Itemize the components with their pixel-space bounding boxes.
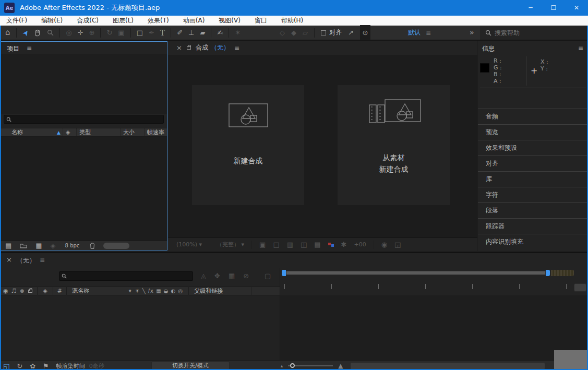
viewer-target-name[interactable]: （无） — [211, 43, 230, 52]
center-view-icon[interactable]: ⊙ — [360, 25, 370, 40]
column-name[interactable]: 名称 — [11, 128, 23, 136]
mask-visibility-icon[interactable]: □ — [273, 241, 279, 248]
menu-window[interactable]: 窗口 — [255, 16, 267, 25]
timeline-horizontal-scrollbar[interactable] — [351, 363, 545, 369]
sidebar-item-effects-presets[interactable]: 效果和预设 — [478, 140, 588, 156]
timeline-search-input[interactable] — [69, 273, 187, 280]
new-composition-icon[interactable]: ▦ — [35, 242, 42, 249]
snap-checkbox[interactable] — [321, 30, 326, 35]
zoom-level-dropdown[interactable]: (100%) ▾ — [176, 241, 202, 248]
timeline-tab-close-icon[interactable]: × — [6, 256, 12, 263]
mask-feather-tool-icon[interactable]: ◆ — [291, 25, 296, 40]
time-navigator-bar[interactable] — [286, 271, 546, 275]
mask-tool-icon[interactable]: ◇ — [280, 25, 285, 40]
trash-icon[interactable] — [90, 243, 95, 249]
home-tool-icon[interactable]: ⌂ — [5, 25, 10, 40]
workspace-menu-icon[interactable]: ≡ — [426, 29, 431, 37]
channel-icon[interactable] — [328, 243, 334, 247]
column-size[interactable]: 大小 — [123, 128, 135, 136]
source-name-column[interactable]: 源名称 — [72, 287, 89, 295]
project-footer-scroll-thumb[interactable] — [103, 243, 129, 249]
graph-editor-icon[interactable]: ▢ — [265, 272, 271, 279]
column-type[interactable]: 类型 — [79, 128, 91, 136]
layer-number-column[interactable]: # — [57, 288, 62, 294]
menu-animation[interactable]: 动画(A) — [183, 16, 205, 25]
rectangle-tool-icon[interactable]: □ — [137, 25, 143, 40]
expand-in-out-icon[interactable]: ⚑ — [43, 363, 49, 369]
menu-layer[interactable]: 图层(L) — [113, 16, 134, 25]
eraser-tool-icon[interactable]: ▰ — [200, 25, 205, 40]
rotate-tool-icon[interactable]: ↻ — [106, 25, 112, 40]
rulers-icon[interactable]: ▤ — [314, 241, 320, 248]
shared-view-icon[interactable]: ↗ — [348, 25, 354, 40]
guides-icon[interactable]: ◫ — [301, 241, 307, 248]
brush-tool-icon[interactable]: ✐ — [177, 25, 183, 40]
exposure-gear-icon[interactable]: ✱ — [341, 241, 347, 248]
label-column-icon[interactable]: ◈ — [66, 129, 70, 135]
menu-edit[interactable]: 编辑(E) — [41, 16, 63, 25]
snapshot-camera-icon[interactable]: ◉ — [381, 241, 387, 248]
info-tab[interactable]: 信息 — [482, 44, 495, 53]
timeline-search-field[interactable] — [59, 271, 193, 281]
time-navigator-start-handle[interactable] — [282, 270, 286, 276]
solo-icon[interactable]: ● — [20, 289, 24, 293]
zoom-tool-icon[interactable] — [47, 25, 54, 40]
region-of-interest-icon[interactable]: ▥ — [287, 241, 293, 248]
viewer-panel-menu-icon[interactable]: ≡ — [234, 44, 239, 52]
new-composition-from-footage-card[interactable]: 从素材 新建合成 — [338, 85, 450, 205]
sidebar-item-paragraph[interactable]: 段落 — [478, 202, 588, 218]
interpret-footage-icon[interactable]: ▤ — [5, 242, 11, 249]
roto-brush-tool-icon[interactable]: ✍ — [217, 25, 223, 40]
timeline-label-column-icon[interactable]: ◈ — [43, 288, 47, 294]
expand-transfer-controls-icon[interactable]: ✿ — [30, 363, 35, 369]
mini-flowchart-icon[interactable]: ◬ — [201, 272, 206, 279]
minimize-button[interactable]: ─ — [519, 0, 542, 16]
sort-ascending-icon[interactable]: ▲ — [57, 130, 61, 135]
pen-tool-icon[interactable]: ✒ — [149, 25, 154, 40]
orbit-camera-tool-icon[interactable]: ◎ — [66, 25, 71, 40]
render-time-pane-toggle-icon[interactable]: ◱ — [3, 363, 9, 369]
anchor-tool-icon[interactable]: ⊕ — [89, 25, 95, 40]
project-search-field[interactable] — [4, 115, 164, 124]
puppet-pin-tool-icon[interactable]: ✶ — [235, 25, 241, 40]
timeline-panel-menu-icon[interactable]: ≡ — [40, 256, 45, 264]
lock-column-icon[interactable] — [28, 290, 32, 293]
menu-file[interactable]: 文件(F) — [6, 16, 27, 25]
grid-options-icon[interactable]: ▣ — [259, 241, 266, 248]
motion-blur-icon[interactable]: ⊘ — [243, 272, 249, 279]
new-folder-icon[interactable] — [20, 243, 27, 248]
camera-tool-icon[interactable]: ▣ — [118, 25, 124, 40]
video-visibility-icon[interactable]: ◉ — [3, 288, 8, 294]
column-framerate[interactable]: 帧速率 — [147, 128, 164, 136]
sidebar-item-preview[interactable]: 预览 — [478, 124, 588, 140]
text-tool-icon[interactable]: T — [160, 25, 165, 40]
draft-3d-icon[interactable]: ✥ — [214, 272, 220, 279]
show-snapshot-icon[interactable]: ◲ — [394, 241, 401, 248]
parent-link-column[interactable]: 父级和链接 — [194, 287, 223, 295]
sidebar-item-audio[interactable]: 音频 — [478, 109, 588, 124]
close-button[interactable]: ✕ — [565, 0, 588, 16]
layer-switches-icons[interactable]: ✦ ☀ ╲ 𝑓x ▦ ◒ ◐ ◎ — [128, 289, 183, 294]
mask-opacity-tool-icon[interactable]: ▱ — [303, 25, 308, 40]
time-navigator-end-handle[interactable] — [546, 270, 550, 276]
sidebar-item-content-aware-fill[interactable]: 内容识别填充 — [478, 234, 588, 249]
project-panel-menu-icon[interactable]: ≡ — [27, 44, 32, 52]
pan-tool-icon[interactable]: ✛ — [78, 25, 83, 40]
project-tab[interactable]: 项目 — [7, 44, 19, 53]
sidebar-item-libraries[interactable]: 库 — [478, 171, 588, 187]
help-search-input[interactable] — [495, 29, 573, 37]
menu-help[interactable]: 帮助(H) — [281, 16, 303, 25]
exposure-value[interactable]: +00 — [354, 241, 366, 248]
sidebar-item-align[interactable]: 对齐 — [478, 156, 588, 171]
timeline-tab[interactable]: （无） — [17, 256, 35, 265]
zoom-out-mountain-icon[interactable]: ▴ — [281, 364, 283, 368]
resolution-dropdown[interactable]: （完整） ▾ — [217, 241, 244, 248]
zoom-in-mountain-icon[interactable]: ▲ — [338, 363, 343, 369]
timeline-vertical-scroll-thumb[interactable] — [574, 283, 586, 292]
sidebar-item-character[interactable]: 字符 — [478, 187, 588, 202]
timeline-zoom-knob[interactable] — [290, 363, 295, 368]
sidebar-item-tracker[interactable]: 跟踪器 — [478, 218, 588, 234]
corner-resize-block[interactable] — [554, 350, 588, 370]
timeline-zoom-slider[interactable] — [288, 365, 333, 366]
hand-tool-icon[interactable] — [34, 25, 41, 40]
